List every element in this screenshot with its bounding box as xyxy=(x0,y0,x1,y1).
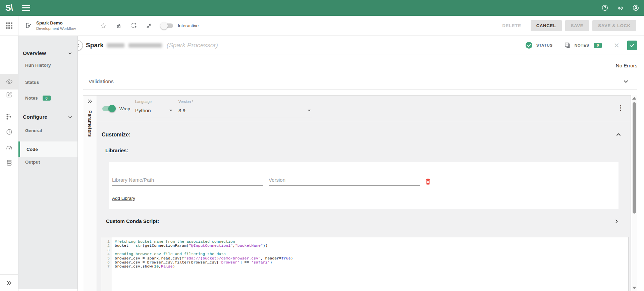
chevron-down-icon[interactable] xyxy=(67,51,73,56)
libraries-label: Libraries: xyxy=(105,148,631,156)
star-icon[interactable] xyxy=(100,22,107,29)
stage-title: Spark xyxy=(86,42,104,49)
interactive-toggle[interactable] xyxy=(162,23,173,28)
stage-header: Spark (Spark Processor) STATUS NOTES 0 xyxy=(78,36,644,55)
validations-label: Validations xyxy=(89,78,114,84)
menu-icon[interactable] xyxy=(22,5,30,11)
code-content[interactable]: #fetching bucket name from the associate… xyxy=(112,237,628,291)
nav-item-label: Output xyxy=(25,160,40,165)
cancel-button[interactable]: CANCEL xyxy=(531,20,562,31)
customize-accordion[interactable]: Customize: xyxy=(97,122,631,148)
parameters-content: ⋮ Wrap Language Python Version * 3.9 xyxy=(97,96,631,291)
dropdown-caret-icon xyxy=(308,110,311,111)
nav-item-label: Code xyxy=(26,147,38,152)
chevron-down-icon xyxy=(623,78,629,85)
dropdown-caret-icon xyxy=(169,110,172,111)
code-token: )) xyxy=(263,243,268,248)
version-field-label: Version * xyxy=(178,100,312,105)
scroll-up-arrow-icon[interactable] xyxy=(632,97,636,100)
status-check-icon xyxy=(525,42,533,49)
visibility-icon[interactable] xyxy=(0,78,18,85)
stack-icon[interactable] xyxy=(0,159,18,166)
code-token: ) xyxy=(291,256,293,260)
library-name-input[interactable] xyxy=(112,174,263,186)
add-library-link[interactable]: Add Library xyxy=(112,196,135,201)
libraries-card: Add Library xyxy=(109,162,619,209)
compose-icon[interactable] xyxy=(0,91,18,98)
collapse-back-button[interactable] xyxy=(78,40,83,51)
stage-type-hint: (Spark Processor) xyxy=(167,42,218,49)
scrollbar-thumb[interactable] xyxy=(633,102,636,214)
fit-view-icon[interactable] xyxy=(146,22,152,29)
notes-count-badge: 0 xyxy=(43,96,51,101)
code-token: bucket = xyxy=(115,243,136,248)
conda-script-label: Custom Conda Script: xyxy=(106,218,159,224)
nav-item-output[interactable]: Output xyxy=(25,160,40,165)
marquee-select-icon[interactable] xyxy=(131,22,138,29)
close-icon[interactable]: ✕ xyxy=(613,42,620,49)
header-divider xyxy=(606,37,606,53)
validations-accordion[interactable]: Validations xyxy=(83,73,637,90)
code-line[interactable]: browser_csv.show(10,False) xyxy=(115,265,628,269)
parameters-section: Parameters ⋮ Wrap Language Python xyxy=(83,95,631,291)
vertical-scrollbar[interactable] xyxy=(632,95,637,291)
redacted-text xyxy=(128,43,162,48)
code-token: "bucketName" xyxy=(235,243,263,248)
code-token: 10 xyxy=(154,264,159,269)
status-tab[interactable]: STATUS xyxy=(536,43,553,47)
nav-item-label: Status xyxy=(25,80,39,85)
gauge-icon[interactable] xyxy=(0,144,18,152)
language-row: Wrap Language Python Version * 3.9 xyxy=(97,96,631,122)
delete-button[interactable]: DELETE xyxy=(502,20,521,31)
conda-script-accordion[interactable]: Custom Conda Script: xyxy=(97,209,631,233)
code-token: #fetching bucket name from the associate… xyxy=(115,239,235,244)
nav-section-overview[interactable]: Overview xyxy=(23,50,46,56)
unlock-icon[interactable] xyxy=(115,22,122,29)
history-icon[interactable] xyxy=(0,128,18,135)
code-token: , xyxy=(233,243,235,248)
code-token: browser_csv.show( xyxy=(115,264,154,269)
nav-item-label: Notes xyxy=(25,96,38,101)
notes-tab[interactable]: NOTES xyxy=(575,43,589,47)
code-editor[interactable]: 1234567 #fetching bucket name from the a… xyxy=(101,237,629,291)
line-number: 7 xyxy=(101,265,110,269)
account-icon[interactable] xyxy=(632,4,639,11)
code-line[interactable]: browser_csv = browser_csv.filter(browser… xyxy=(115,260,628,265)
pipeline-icon[interactable] xyxy=(0,113,18,120)
more-options-icon[interactable]: ⋮ xyxy=(618,105,624,111)
save-and-lock-button[interactable]: SAVE & LOCK xyxy=(592,20,636,31)
library-version-input[interactable] xyxy=(269,174,420,186)
workflow-exit-icon[interactable] xyxy=(25,22,32,30)
settings-icon[interactable] xyxy=(617,4,624,11)
code-token: ) xyxy=(173,264,175,269)
delete-library-icon[interactable] xyxy=(425,178,431,185)
chevron-down-icon[interactable] xyxy=(67,114,73,120)
apps-grid-icon[interactable] xyxy=(6,22,12,29)
code-token: True xyxy=(281,256,291,260)
nav-section-configure[interactable]: Configure xyxy=(23,114,47,120)
brand-logo: S\ xyxy=(5,3,13,13)
confirm-check-button[interactable] xyxy=(627,41,637,50)
nav-item-notes[interactable]: Notes0 xyxy=(25,96,51,101)
help-icon[interactable] xyxy=(601,4,608,11)
language-select[interactable]: Language Python xyxy=(135,96,173,117)
rail-expand-button[interactable] xyxy=(0,274,18,291)
nav-item-label: Run History xyxy=(25,63,51,68)
wrap-toggle[interactable] xyxy=(102,106,114,111)
nav-item-general[interactable]: General xyxy=(25,128,42,133)
version-select[interactable]: Version * 3.9 xyxy=(178,96,312,117)
scroll-down-arrow-icon[interactable] xyxy=(632,287,636,289)
nav-item-status[interactable]: Status xyxy=(25,80,39,85)
code-token: , header= xyxy=(261,256,281,260)
save-button[interactable]: SAVE xyxy=(565,20,589,31)
code-line[interactable]: bucket = str(getConnectionParam("@InputC… xyxy=(115,244,628,248)
code-token: browser_csv = browser_csv.filter(browser… xyxy=(115,260,219,265)
code-token: 'safari' xyxy=(251,260,270,265)
top-app-bar: S\ xyxy=(0,0,644,16)
chevron-right-icon xyxy=(613,218,620,224)
nav-item-code[interactable]: Code xyxy=(18,141,77,157)
pipeline-title-group[interactable]: Spark Demo Development Workflow xyxy=(36,20,76,31)
expand-panel-icon[interactable] xyxy=(87,98,93,104)
nav-item-run-history[interactable]: Run History xyxy=(25,63,51,68)
nav-item-label: General xyxy=(25,128,42,133)
